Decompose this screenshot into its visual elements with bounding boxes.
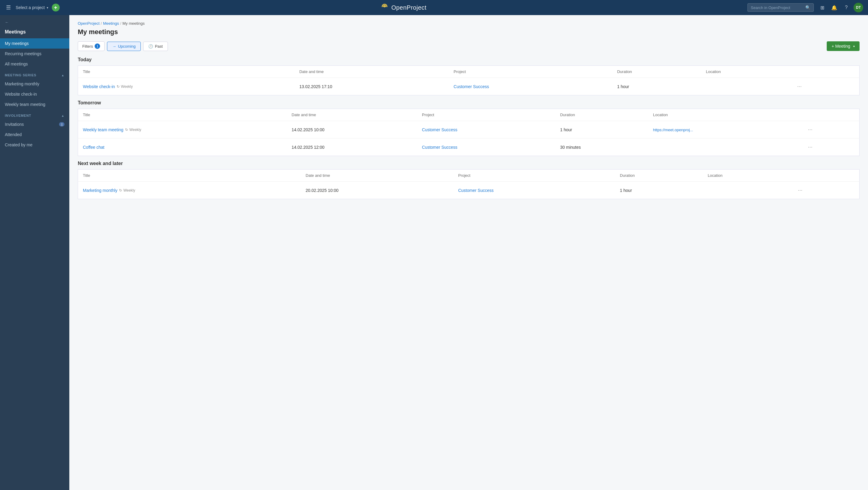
project-selector[interactable]: Select a project ▾ (16, 5, 48, 10)
breadcrumb-openproject[interactable]: OpenProject (78, 21, 99, 26)
project-selector-label: Select a project (16, 5, 45, 10)
meeting-series-section-header[interactable]: MEETING SERIES ▲ (0, 69, 69, 79)
meeting-actions-cell: ··· (801, 121, 860, 139)
hamburger-menu[interactable]: ☰ (5, 3, 12, 12)
sidebar: ← Meetings My meetings Recurring meeting… (0, 15, 69, 490)
search-input[interactable] (751, 5, 804, 10)
col-project: Project (453, 170, 615, 182)
sidebar-title: Meetings (0, 27, 69, 38)
sidebar-item-my-meetings[interactable]: My meetings (0, 38, 69, 49)
sidebar-item-label: Website check-in (5, 92, 37, 96)
upcoming-tab[interactable]: → Upcoming (107, 41, 141, 51)
sidebar-item-label: My meetings (5, 41, 29, 46)
sidebar-item-invitations[interactable]: Invitations || (0, 119, 69, 129)
logo-icon (380, 3, 389, 12)
meeting-datetime-cell: 20.02.2025 10:00 (301, 182, 453, 199)
sidebar-item-recurring-meetings[interactable]: Recurring meetings (0, 49, 69, 59)
project-link[interactable]: Customer Success (422, 127, 457, 132)
location-link[interactable]: https://meet.openproj... (653, 127, 693, 132)
invitations-badge: || (59, 122, 64, 126)
project-link[interactable]: Customer Success (458, 188, 493, 193)
meeting-title-link[interactable]: Weekly team meeting (83, 127, 123, 132)
more-actions-button[interactable]: ··· (795, 82, 804, 91)
sidebar-item-label: Attended (5, 132, 22, 137)
sidebar-item-all-meetings[interactable]: All meetings (0, 59, 69, 69)
notifications-button[interactable]: 🔔 (830, 3, 839, 12)
main-content: OpenProject / Meetings / My meetings My … (69, 15, 868, 490)
meeting-title-link[interactable]: Marketing monthly (83, 188, 117, 193)
top-navigation: ☰ Select a project ▾ + OpenProject 🔍 ⊞ 🔔… (0, 0, 868, 15)
past-label: Past (155, 44, 163, 49)
sidebar-item-label: Marketing monthly (5, 82, 39, 86)
add-meeting-label: + Meeting (832, 44, 850, 49)
breadcrumb-separator: / (120, 21, 121, 26)
meeting-title-link[interactable]: Website check-in (83, 84, 115, 89)
meeting-title-link[interactable]: Coffee chat (83, 145, 104, 150)
table-header-row: Title Date and time Project Duration Loc… (78, 109, 860, 121)
app-logo: OpenProject (63, 3, 744, 12)
sidebar-item-attended[interactable]: Attended (0, 129, 69, 140)
help-button[interactable]: ? (841, 3, 851, 12)
col-project: Project (417, 109, 555, 121)
chevron-down-icon: ▾ (853, 45, 855, 48)
breadcrumb-current: My meetings (122, 21, 145, 26)
sidebar-back-button[interactable]: ← (0, 18, 69, 27)
meeting-duration-cell: 1 hour (613, 78, 701, 95)
col-title: Title (78, 66, 295, 78)
breadcrumb-meetings[interactable]: Meetings (103, 21, 119, 26)
meeting-actions-cell: ··· (790, 182, 859, 199)
meeting-title-cell: Website check-in ↻ Weekly (78, 78, 295, 95)
search-icon: 🔍 (805, 5, 810, 10)
add-project-button[interactable]: + (52, 4, 60, 11)
more-actions-button[interactable]: ··· (795, 186, 805, 195)
sidebar-item-website-check-in[interactable]: Website check-in (0, 89, 69, 99)
back-icon: ← (5, 20, 9, 24)
past-tab[interactable]: 🕐 Past (143, 41, 168, 51)
filter-label: Filters (82, 44, 93, 49)
meeting-project-cell: Customer Success (417, 139, 555, 156)
avatar[interactable]: DT (854, 3, 863, 12)
upcoming-arrow-icon: → (112, 44, 116, 49)
meeting-type-label: Weekly (123, 188, 135, 193)
more-actions-button[interactable]: ··· (806, 125, 815, 134)
meeting-title-cell: Weekly team meeting ↻ Weekly (78, 121, 287, 139)
global-search[interactable]: 🔍 (747, 3, 814, 12)
sidebar-item-label: Weekly team meeting (5, 102, 45, 107)
col-title: Title (78, 109, 287, 121)
meeting-series-label: MEETING SERIES (5, 73, 36, 77)
involvement-section-header[interactable]: INVOLVEMENT ▲ (0, 110, 69, 119)
meeting-project-cell: Customer Success (453, 182, 615, 199)
meeting-type-label: Weekly (121, 85, 133, 89)
meeting-location-cell (701, 78, 790, 95)
recurring-icon: ↻ (125, 127, 128, 132)
col-project: Project (449, 66, 613, 78)
sidebar-item-weekly-team-meeting[interactable]: Weekly team meeting (0, 99, 69, 110)
table-header-row: Title Date and time Project Duration Loc… (78, 66, 860, 78)
meeting-duration-cell: 1 hour (555, 121, 648, 139)
meeting-project-cell: Customer Success (417, 121, 555, 139)
add-meeting-button[interactable]: + Meeting ▾ (827, 41, 860, 51)
col-location: Location (648, 109, 801, 121)
col-duration: Duration (613, 66, 701, 78)
meeting-location-cell (703, 182, 790, 199)
meeting-title-cell: Marketing monthly ↻ Weekly (78, 182, 301, 199)
sidebar-item-marketing-monthly[interactable]: Marketing monthly (0, 79, 69, 89)
recurring-icon: ↻ (119, 188, 122, 193)
more-actions-button[interactable]: ··· (806, 143, 815, 151)
project-link[interactable]: Customer Success (422, 145, 457, 150)
col-actions (790, 170, 859, 182)
svg-point-0 (384, 6, 385, 7)
table-row: Weekly team meeting ↻ Weekly 14.02.2025 … (78, 121, 860, 139)
meeting-location-cell (648, 139, 801, 156)
grid-icon-button[interactable]: ⊞ (817, 3, 827, 12)
tomorrow-meetings-table: Title Date and time Project Duration Loc… (78, 109, 860, 156)
breadcrumb: OpenProject / Meetings / My meetings (78, 21, 860, 26)
meeting-type-badge: ↻ Weekly (119, 188, 135, 193)
main-layout: ← Meetings My meetings Recurring meeting… (0, 15, 868, 490)
involvement-label: INVOLVEMENT (5, 114, 31, 117)
filter-bar: Filters 1 → Upcoming 🕐 Past + Meeting ▾ (78, 41, 860, 51)
project-link[interactable]: Customer Success (454, 84, 489, 89)
col-datetime: Date and time (301, 170, 453, 182)
filters-button[interactable]: Filters 1 (78, 41, 104, 51)
sidebar-item-created-by-me[interactable]: Created by me (0, 140, 69, 150)
